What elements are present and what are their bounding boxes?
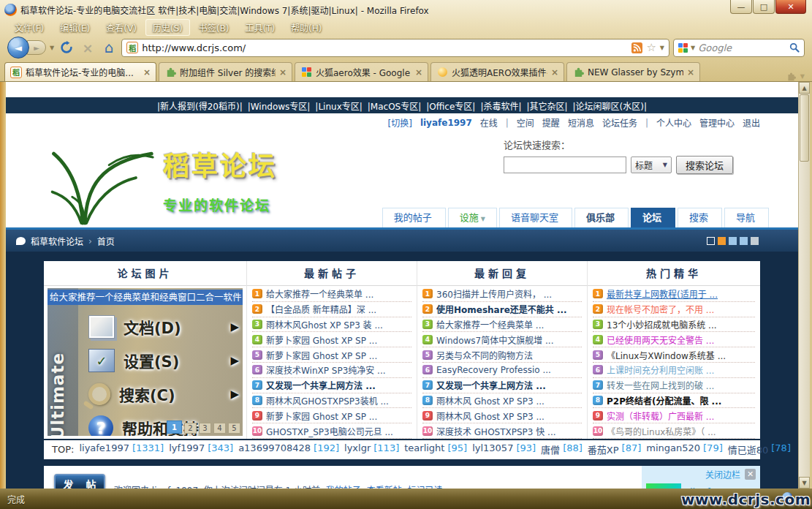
welcome-segment[interactable]: 查看新帖,	[367, 483, 405, 489]
post-title-link[interactable]: 新萝卜家园 Ghost XP SP ...	[266, 410, 377, 422]
user-bar-link[interactable]: [切换]	[388, 116, 412, 129]
digest-list-item[interactable]: 10 《鸟哥的Linux私房菜》（ ...	[593, 423, 755, 439]
user-avatar[interactable]	[646, 483, 681, 489]
top-poster-name[interactable]: lyxlgr	[344, 442, 371, 456]
tab-aero-plugin[interactable]: 火狐透明AERO效果插件~... ×	[430, 62, 564, 81]
style-square-blue2[interactable]	[740, 237, 748, 245]
top-poster-name[interactable]: 唐僧	[541, 442, 560, 456]
image-slideshow[interactable]: Ultimate 文档(D) ▶ ✓ 设置(S) ▶	[48, 288, 243, 436]
top-nav-link[interactable]: |新人报到(得20稻币)|	[157, 99, 243, 112]
tab-close-icon[interactable]: ×	[143, 67, 151, 78]
post-title-link[interactable]: 给大家推荐一个经典菜单 ...	[266, 287, 373, 300]
reply-list-item[interactable]: 7 又发现一个共享上网方法 ...	[422, 378, 582, 393]
post-list-item[interactable]: 10 GHOSTXP_SP3电脑公司元旦 ...	[252, 423, 411, 439]
top-poster-name[interactable]: 番茄XP	[588, 442, 619, 456]
post-list-item[interactable]: 4 新萝卜家园 Ghost XP SP ...	[252, 332, 411, 347]
reply-title-link[interactable]: 又发现一个共享上网方法 ...	[436, 379, 546, 391]
top-poster-name[interactable]: lyl13057	[472, 442, 513, 456]
tab-addons-search[interactable]: 附加组件 Silver 的搜索结... ×	[159, 62, 292, 81]
forum-nav-tab[interactable]: 俱乐部	[574, 208, 629, 227]
reply-title-link[interactable]: 深度技术 GHOSTXPSP3 快 ...	[436, 425, 556, 437]
reply-title-link[interactable]: 360扫描并上传用户资料， ...	[436, 287, 552, 300]
tab-close-icon[interactable]: ×	[687, 67, 694, 78]
url-bar[interactable]: 稻 ☆ ▼	[121, 39, 669, 57]
slideshow-caption[interactable]: 给大家推荐一个经典菜单和经典窗口二合一软件	[48, 290, 243, 305]
close-button[interactable]: ✕	[775, 0, 806, 14]
post-list-item[interactable]: 8 雨林木风GHOSTXPSP3装机 ...	[252, 393, 411, 409]
tab-glasser[interactable]: NEW Glasser by Szyme... ×	[566, 62, 700, 81]
home-button[interactable]: ⌂	[100, 39, 118, 56]
post-list-item[interactable]: 9 新萝卜家园 Ghost XP SP ...	[252, 408, 411, 423]
user-bar-link[interactable]: 管理中心	[699, 116, 735, 129]
post-title-link[interactable]: 雨林木风GHOSTXPSP3装机 ...	[266, 394, 389, 407]
slideshow-page-button[interactable]: 5	[228, 423, 240, 434]
reply-list-item[interactable]: 6 EasyRecovery Professio ...	[422, 363, 582, 378]
top-poster-name[interactable]: a13699708428	[238, 442, 311, 456]
menu-item[interactable]: 书签(B)	[191, 19, 237, 36]
user-bar-link[interactable]: 提醒	[542, 116, 560, 129]
digest-list-item[interactable]: 6 上课时间充分利用空闲账 ...	[593, 363, 755, 378]
digest-list-item[interactable]: 5 《Linux与XWindow系统基 ...	[593, 347, 755, 363]
top-poster-name[interactable]: lyf1997	[169, 442, 205, 456]
menu-item[interactable]: 编辑(E)	[53, 19, 97, 36]
google-engine-icon[interactable]	[678, 43, 688, 53]
menu-item[interactable]: 帮助(H)	[284, 19, 329, 36]
top-nav-link[interactable]: |论坛闲聊区(水区)|	[573, 99, 647, 112]
forum-nav-tab[interactable]: 论坛	[631, 208, 675, 227]
tab-dcrjs-forum[interactable]: 稻 稻草软件论坛-专业的电脑... ×	[4, 62, 156, 81]
digest-title-link[interactable]: P2P终结者(分配流量、限 ...	[607, 394, 721, 407]
welcome-segment[interactable]: 标记已读	[407, 483, 442, 489]
url-input[interactable]	[142, 42, 628, 53]
digest-list-item[interactable]: 1 最新共享上网教程(适用于 ...	[593, 287, 755, 302]
top-poster-name[interactable]: mingan520	[646, 442, 700, 456]
post-title-link[interactable]: 【白金品质 新年精品】深 ...	[266, 303, 376, 315]
user-bar-link[interactable]: 论坛任务	[602, 116, 637, 129]
digest-list-item[interactable]: 2 现在帐号不加密了，不用 ...	[593, 302, 755, 317]
close-sidebar-x-icon[interactable]: ✕	[745, 469, 756, 480]
post-title-link[interactable]: 新萝卜家园 Ghost XP SP ...	[266, 333, 377, 346]
menu-item[interactable]: 文件(F)	[7, 19, 51, 36]
reply-list-item[interactable]: 10 深度技术 GHOSTXPSP3 快 ...	[422, 423, 582, 439]
post-title-link[interactable]: 深度技术WinXP SP3纯净安 ...	[266, 363, 386, 376]
back-button[interactable]: ◄	[7, 37, 29, 59]
user-bar-link[interactable]: 退出	[743, 116, 760, 129]
reply-list-item[interactable]: 1 360扫描并上传用户资料， ...	[422, 287, 582, 302]
breadcrumb-site-link[interactable]: 稻草软件论坛	[31, 235, 83, 247]
user-bar-link[interactable]: 短消息	[568, 116, 594, 129]
post-title-link[interactable]: 又发现一个共享上网方法 ...	[266, 379, 376, 391]
site-logo[interactable]: 稻草论坛 专业的软件论坛	[44, 133, 277, 227]
reply-list-item[interactable]: 5 另类与众不同的购物方法	[422, 347, 582, 363]
search-magnifier-icon[interactable]	[789, 42, 800, 53]
tab-close-icon[interactable]: ×	[551, 67, 558, 78]
new-post-button[interactable]: 发 帖	[54, 474, 105, 489]
digest-list-item[interactable]: 7 转发一些在网上找到的破 ...	[593, 378, 755, 393]
digest-title-link[interactable]: 现在帐号不加密了，不用 ...	[607, 303, 714, 315]
post-title-link[interactable]: GHOSTXP_SP3电脑公司元旦 ...	[266, 425, 393, 437]
scrollbar-thumb[interactable]	[800, 94, 809, 162]
scroll-up-button[interactable]: ▲	[799, 82, 810, 94]
urlbar-dropdown-icon[interactable]: ▼	[660, 45, 664, 51]
quick-search-input[interactable]	[504, 157, 626, 173]
post-title-link[interactable]: 新萝卜家园 Ghost XP SP ...	[266, 349, 377, 361]
reply-list-item[interactable]: 2 使用Homeshare还是不能共 ...	[422, 302, 582, 317]
post-list-item[interactable]: 3 雨林木风Ghost XP SP3 装 ...	[252, 317, 411, 333]
post-list-item[interactable]: 6 深度技术WinXP SP3纯净安 ...	[252, 363, 411, 378]
digest-list-item[interactable]: 9 实测（非转载）广西最新 ...	[593, 408, 755, 423]
top-poster-name[interactable]: liyafe1997	[79, 442, 129, 456]
reload-button[interactable]	[58, 39, 75, 56]
tab-close-icon[interactable]: ×	[415, 67, 422, 78]
slideshow-page-button[interactable]: 1	[167, 421, 182, 434]
top-poster-name[interactable]: tearlight	[404, 442, 444, 456]
scroll-down-button[interactable]: ▼	[799, 477, 810, 489]
slideshow-page-button[interactable]: 2	[184, 423, 197, 434]
tab-google-search[interactable]: 火狐aero效果 - Google ... ×	[295, 62, 428, 81]
forum-search-button[interactable]: 搜索论坛	[676, 156, 733, 174]
menu-item[interactable]: 历史(S)	[145, 19, 190, 36]
reply-title-link[interactable]: 给大家推荐一个经典菜单 ...	[436, 318, 544, 331]
welcome-segment[interactable]: 我的帖子,	[326, 483, 364, 489]
post-list-item[interactable]: 5 新萝卜家园 Ghost XP SP ...	[252, 347, 411, 363]
search-bar[interactable]: ▼	[673, 39, 805, 57]
top-nav-link[interactable]: |Windows专区|	[248, 99, 311, 112]
user-bar-link[interactable]: 个人中心	[656, 116, 691, 129]
maximize-button[interactable]: □	[753, 0, 775, 14]
